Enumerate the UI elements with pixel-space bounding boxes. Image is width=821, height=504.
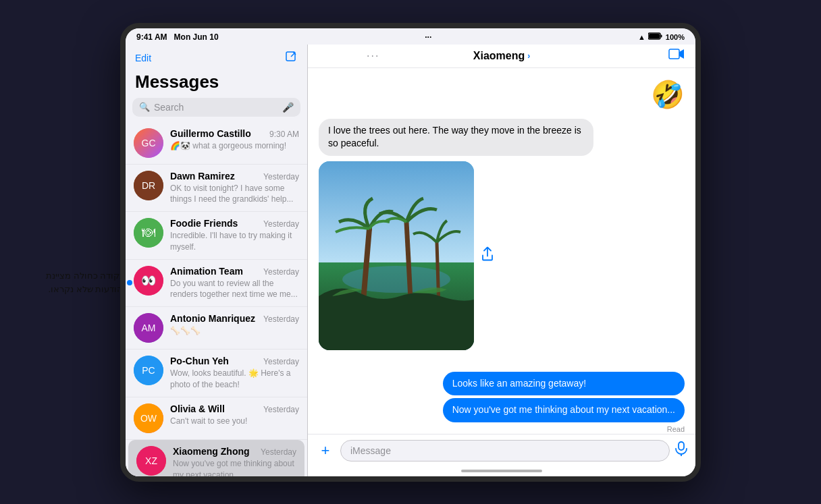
search-bar[interactable]: 🔍 Search 🎤	[132, 98, 300, 117]
contact-name: Olivia & Will	[170, 403, 225, 414]
svg-text:XZ: XZ	[145, 455, 157, 466]
status-dots: ···	[425, 32, 431, 42]
message-time: Yesterday	[263, 219, 299, 229]
main-content: Edit Messages 🔍 Search	[126, 45, 695, 476]
svg-rect-1	[660, 35, 662, 38]
list-item[interactable]: GC Guillermo Castillo 9:30 AM 🌈🐼 what a …	[126, 122, 307, 165]
message-preview: Wow, looks beautiful. 🌟 Here's a photo o…	[170, 368, 299, 391]
video-call-button[interactable]	[668, 48, 685, 63]
svg-text:PC: PC	[142, 365, 155, 376]
search-placeholder: Search	[154, 102, 278, 113]
battery-percent: 100%	[666, 33, 685, 41]
list-item[interactable]: DR Dawn Ramirez Yesterday OK to visit to…	[126, 165, 307, 213]
message-content: Guillermo Castillo 9:30 AM 🌈🐼 what a gor…	[170, 128, 299, 152]
message-list: GC Guillermo Castillo 9:30 AM 🌈🐼 what a …	[126, 122, 307, 476]
compose-button[interactable]	[284, 50, 298, 66]
emoji-reaction: 🤣	[651, 79, 685, 111]
svg-text:👀: 👀	[141, 273, 157, 288]
list-item[interactable]: OW Olivia & Will Yesterday Can't wait to…	[126, 397, 307, 440]
image-message	[319, 161, 474, 350]
svg-line-5	[291, 53, 294, 57]
avatar: AM	[134, 313, 163, 343]
add-attachment-button[interactable]: +	[316, 441, 335, 460]
svg-text:🍽: 🍽	[142, 225, 155, 240]
list-item[interactable]: 👀 Animation Team Yesterday Do you want t…	[126, 260, 307, 308]
svg-rect-26	[319, 161, 474, 262]
contact-name: Dawn Ramirez	[170, 171, 235, 181]
bubble-text: Looks like an amazing getaway!	[443, 372, 685, 396]
status-bar: 9:41 AM Mon Jun 10 ··· ▲ 100%	[126, 28, 695, 45]
message-preview: OK to visit tonight? I have some things …	[170, 183, 299, 206]
search-icon: 🔍	[139, 102, 150, 112]
home-indicator	[461, 470, 542, 472]
share-button[interactable]	[481, 249, 494, 264]
contact-name: Antonio Manriquez	[170, 313, 255, 324]
message-content: Foodie Friends Yesterday Incredible. I'l…	[170, 218, 299, 253]
message-content: Po-Chun Yeh Yesterday Wow, looks beautif…	[170, 356, 299, 391]
message-time: Yesterday	[263, 357, 299, 366]
svg-rect-24	[669, 49, 679, 59]
avatar: XZ	[136, 446, 166, 476]
avatar: PC	[134, 356, 163, 385]
avatar: OW	[134, 403, 163, 433]
bubble-text: I love the trees out here. The way they …	[319, 119, 593, 156]
bubble-text: Now you've got me thinking about my next…	[443, 398, 685, 422]
edit-button[interactable]: Edit	[135, 53, 151, 63]
svg-text:OW: OW	[140, 413, 157, 424]
message-content: Dawn Ramirez Yesterday OK to visit tonig…	[170, 171, 299, 206]
annotation-bottom: נקודה כחולה מציינתהודעות שלא נקראו.	[46, 269, 123, 298]
message-time: Yesterday	[263, 267, 299, 277]
contact-name: Xiaomeng Zhong	[173, 446, 250, 457]
ipad-frame: 9:41 AM Mon Jun 10 ··· ▲ 100%	[120, 23, 701, 482]
chat-messages: 🤣 I love the trees out here. The way the…	[308, 68, 695, 434]
sidebar-title: Messages	[126, 69, 307, 98]
chat-panel: ··· Xiaomeng ›	[308, 45, 695, 476]
chat-header: ··· Xiaomeng ›	[308, 45, 695, 68]
svg-text:AM: AM	[142, 323, 156, 333]
message-preview: Incredible. I'll have to try making it m…	[170, 230, 299, 253]
beach-image	[319, 161, 474, 350]
wifi-icon: ▲	[638, 33, 645, 41]
message-time: Yesterday	[263, 172, 299, 181]
mic-button[interactable]	[675, 441, 687, 459]
message-content: Xiaomeng Zhong Yesterday Now you've got …	[173, 446, 296, 476]
message-content: Olivia & Will Yesterday Can't wait to se…	[170, 403, 299, 427]
message-content: Antonio Manriquez Yesterday 🦴🦴🦴	[170, 313, 299, 337]
sidebar-header: Edit	[126, 45, 307, 69]
list-item[interactable]: 🍽 Foodie Friends Yesterday Incredible. I…	[126, 212, 307, 260]
list-item-active[interactable]: XZ Xiaomeng Zhong Yesterday Now you've g…	[128, 440, 304, 476]
contact-name: Foodie Friends	[170, 218, 238, 229]
avatar: DR	[134, 171, 163, 200]
message-preview: Now you've got me thinking about my next…	[173, 458, 296, 476]
message-preview: 🦴🦴🦴	[170, 325, 299, 337]
contact-name: Guillermo Castillo	[170, 128, 251, 139]
read-receipt: Read	[443, 425, 685, 433]
contact-chevron-icon: ›	[527, 51, 530, 61]
message-preview: Can't wait to see you!	[170, 416, 299, 427]
message-content: Animation Team Yesterday Do you want to …	[170, 266, 299, 301]
chat-input-bar: + iMessage	[308, 434, 695, 467]
screen: 9:41 AM Mon Jun 10 ··· ▲ 100%	[126, 28, 695, 476]
status-right: ▲ 100%	[638, 32, 685, 41]
message-time: Yesterday	[263, 314, 299, 324]
mic-search-icon: 🎤	[282, 102, 294, 113]
list-item[interactable]: PC Po-Chun Yeh Yesterday Wow, looks beau…	[126, 349, 307, 397]
avatar: GC	[134, 128, 163, 158]
message-time: 9:30 AM	[269, 130, 299, 139]
incoming-message: I love the trees out here. The way they …	[319, 119, 593, 156]
message-preview: 🌈🐼 what a gorgeous morning!	[170, 140, 299, 152]
status-time: 9:41 AM Mon Jun 10	[136, 32, 219, 42]
message-time: Yesterday	[263, 405, 299, 414]
imessage-input[interactable]: iMessage	[340, 440, 670, 461]
svg-text:GC: GC	[142, 138, 156, 148]
outgoing-message: Looks like an amazing getaway! Now you'v…	[443, 372, 685, 433]
chat-contact-name[interactable]: Xiaomeng ›	[473, 50, 530, 62]
svg-rect-33	[679, 442, 684, 450]
chat-options: ···	[367, 50, 379, 62]
avatar: 🍽	[134, 218, 163, 248]
avatar: 👀	[134, 266, 163, 296]
list-item[interactable]: AM Antonio Manriquez Yesterday 🦴🦴🦴	[126, 307, 307, 349]
contact-name: Animation Team	[170, 266, 243, 277]
battery-icon	[648, 32, 663, 41]
svg-rect-2	[649, 34, 660, 38]
